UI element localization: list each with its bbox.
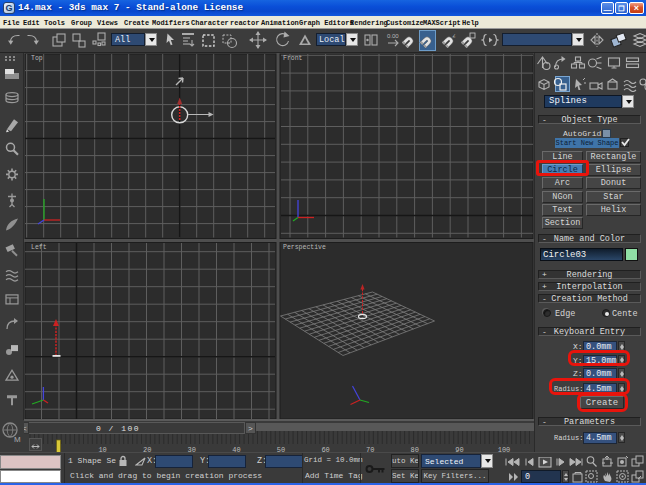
svg-text:∠: ∠ (452, 33, 456, 40)
svg-text:M: M (14, 435, 21, 444)
svg-text:0.00: 0.00 (387, 33, 399, 39)
